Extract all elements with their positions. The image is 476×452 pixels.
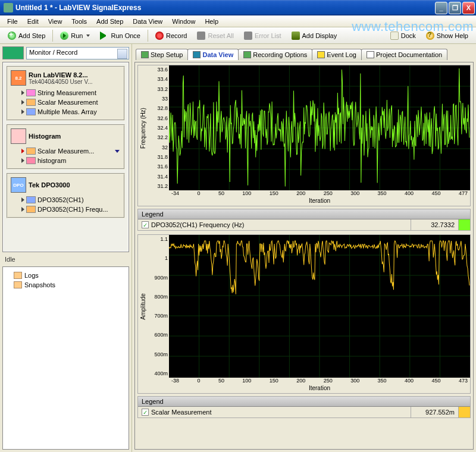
tri-icon: [21, 100, 24, 105]
close-button[interactable]: X: [462, 2, 475, 14]
y-axis-ticks: 1.11900m800m700m600m500m400m: [148, 235, 169, 378]
legend-checkbox[interactable]: ✓: [142, 221, 149, 228]
tri-icon: [21, 207, 24, 212]
tri-icon: [21, 109, 24, 114]
run-button[interactable]: Run: [56, 29, 94, 42]
step-block: DPO Tek DPO3000 DPO3052(CH1) DPO3052(CH1…: [7, 173, 125, 218]
tri-icon: [21, 149, 24, 153]
signal-icon: [26, 157, 36, 164]
signal-icon: [26, 99, 36, 106]
chart-plot[interactable]: [169, 65, 470, 190]
menu-window[interactable]: Window: [167, 17, 200, 26]
legend-swatch: [458, 407, 470, 418]
titlebar: Untitled 1 * - LabVIEW SignalExpress _ ❐…: [0, 0, 476, 15]
step-header[interactable]: DPO Tek DPO3000: [10, 176, 122, 194]
snapshots-folder[interactable]: Snapshots: [7, 280, 125, 290]
legend-frequency: Legend ✓DPO3052(CH1) Frequency (Hz) 32.7…: [137, 209, 471, 231]
legend-label: Scalar Measurement: [151, 409, 212, 416]
app-icon: [4, 3, 13, 12]
y-axis-label: Amplitude: [140, 293, 146, 319]
maximize-button[interactable]: ❐: [449, 2, 461, 14]
logs-panel: Logs Snapshots: [2, 266, 129, 450]
error-list-button[interactable]: Error List: [240, 29, 286, 42]
tab-icon: [317, 51, 325, 58]
step-item-label: DPO3052(CH1) Frequ...: [37, 206, 108, 213]
signal-icon: [26, 196, 36, 203]
tab-data-view[interactable]: Data View: [187, 49, 239, 60]
step-item-label: String Measurement: [37, 89, 96, 96]
project-tree: 8.2 Run LabVIEW 8.2...Tek4040&4050 User …: [2, 62, 129, 252]
separator: [148, 30, 148, 42]
tab-icon: [141, 51, 149, 58]
menu-help[interactable]: Help: [200, 17, 223, 26]
x-axis-label: Iteration: [169, 197, 470, 204]
legend-amplitude: Legend ✓Scalar Measurement 927.552m: [137, 396, 471, 418]
step-header[interactable]: Histogram: [10, 127, 122, 145]
add-step-button[interactable]: Add Step: [4, 29, 49, 42]
step-block: Histogram Scalar Measurem... histogram: [7, 124, 125, 170]
step-item[interactable]: DPO3052(CH1) Frequ...: [20, 205, 121, 214]
chart-amplitude: Amplitude 1.11900m800m700m600m500m400m: [137, 234, 471, 394]
oscilloscope-icon: [2, 46, 24, 59]
menu-tools[interactable]: Tools: [67, 17, 92, 26]
minimize-button[interactable]: _: [435, 2, 447, 14]
reset-all-button[interactable]: Reset All: [193, 29, 237, 42]
step-item[interactable]: Scalar Measurem...: [20, 146, 121, 156]
error-icon: [244, 32, 252, 40]
menu-edit[interactable]: Edit: [23, 17, 43, 26]
tab-step-setup[interactable]: Step Setup: [136, 49, 188, 60]
chart-plot[interactable]: [169, 235, 470, 378]
run-icon: [60, 32, 68, 40]
tab-project-documentation[interactable]: Project Documentation: [361, 49, 447, 60]
legend-checkbox[interactable]: ✓: [142, 409, 149, 416]
y-axis-label: Frequency (Hz): [140, 108, 146, 149]
step-item-label: Scalar Measurement: [37, 99, 98, 106]
add-display-button[interactable]: Add Display: [287, 29, 342, 42]
logs-folder[interactable]: Logs: [7, 271, 125, 280]
legend-swatch: [458, 219, 470, 230]
legend-value: 927.552m: [411, 407, 458, 418]
dock-button[interactable]: Dock: [386, 29, 420, 42]
record-button[interactable]: Record: [151, 29, 191, 42]
tab-recording-options[interactable]: Recording Options: [238, 49, 312, 60]
legend-label: DPO3052(CH1) Frequency (Hz): [151, 221, 245, 228]
data-view: Frequency (Hz) 33.633.433.23332.832.632.…: [134, 62, 474, 450]
right-panel: Step SetupData ViewRecording OptionsEven…: [132, 44, 476, 452]
mode-select[interactable]: Monitor / Record: [26, 47, 129, 59]
menubar: File Edit View Tools Add Step Data View …: [0, 15, 476, 27]
menu-add-step[interactable]: Add Step: [92, 17, 128, 26]
step-header[interactable]: 8.2 Run LabVIEW 8.2...Tek4040&4050 User …: [10, 69, 122, 87]
step-item[interactable]: Scalar Measurement: [20, 98, 121, 107]
tab-event-log[interactable]: Event Log: [312, 49, 362, 60]
step-icon: DPO: [11, 177, 26, 193]
reset-icon: [197, 32, 205, 40]
menu-file[interactable]: File: [2, 17, 23, 26]
step-item[interactable]: DPO3052(CH1): [20, 195, 121, 205]
step-item[interactable]: Multiple Meas. Array: [20, 107, 121, 117]
menu-view[interactable]: View: [43, 17, 67, 26]
tab-icon: [367, 51, 374, 58]
toolbar: Add Step Run Run Once Record Reset All E…: [0, 27, 476, 44]
legend-value: 32.7332: [411, 219, 458, 230]
show-help-button[interactable]: Show Help: [422, 29, 472, 42]
x-axis-ticks: -38050100150200250300350400450473Iterati…: [169, 378, 470, 393]
x-axis-ticks: -34050100150200250300350400450477Iterati…: [169, 190, 470, 206]
step-item[interactable]: histogram: [20, 156, 121, 165]
status-label: Idle: [2, 255, 129, 264]
signal-icon: [26, 147, 36, 155]
chevron-down-icon[interactable]: [115, 150, 120, 153]
plus-icon: [8, 32, 16, 40]
step-item-label: DPO3052(CH1): [37, 196, 84, 203]
record-icon: [155, 32, 164, 40]
run-once-button[interactable]: Run Once: [96, 29, 145, 42]
left-panel: Monitor / Record 8.2 Run LabVIEW 8.2...T…: [0, 44, 132, 452]
step-item[interactable]: String Measurement: [20, 88, 121, 98]
display-icon: [292, 32, 300, 40]
dock-icon: [390, 32, 399, 40]
tri-icon: [21, 158, 24, 163]
view-tabs: Step SetupData ViewRecording OptionsEven…: [134, 46, 474, 60]
x-axis-label: Iteration: [169, 385, 470, 391]
tri-icon: [21, 90, 24, 95]
separator: [52, 30, 53, 42]
menu-data-view[interactable]: Data View: [128, 17, 167, 26]
